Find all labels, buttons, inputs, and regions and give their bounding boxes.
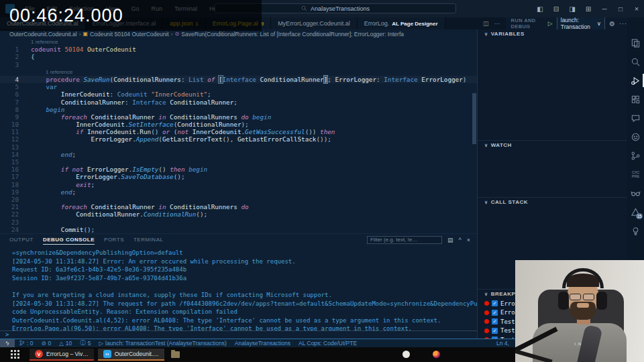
breakpoint-checkbox[interactable]: ✓ — [492, 310, 498, 316]
statusbar-item[interactable]: : 0 — [15, 340, 37, 347]
toggle-secondary-sidebar-icon[interactable]: ◨ — [565, 5, 580, 13]
split-window-icon[interactable]: ▤ — [447, 237, 453, 243]
statusbar-item[interactable]: ⓘ5 — [76, 339, 95, 347]
debug-console-output[interactable]: =synchronize&DependencyPublishingOption=… — [0, 245, 477, 330]
toggle-sidebar-icon[interactable]: ◧ — [533, 5, 547, 13]
desktop: FileEditSelectionViewGoRunTerminalHelp ←… — [0, 0, 644, 362]
statusbar-item[interactable]: ⊘0 — [37, 340, 55, 347]
code-line-19[interactable]: 19 end; — [0, 188, 477, 196]
remote-indicator[interactable]: ϟ — [0, 339, 15, 348]
glasses-icon[interactable] — [627, 184, 644, 202]
breakpoint-checkbox[interactable]: ✓ — [492, 318, 498, 324]
taskbar-app-code[interactable]: ‹›OuterCodeunit.… — [98, 349, 164, 361]
code-line-18[interactable]: 18 exit; — [0, 181, 477, 188]
cursor-position[interactable]: Ln 4, — [496, 340, 509, 347]
tray-obs-icon[interactable] — [433, 351, 440, 358]
tab-label: MyErrorLogger.Codeunit.al — [278, 20, 350, 27]
code-line-9[interactable]: 9 foreach ConditionalRunner in Condition… — [0, 113, 477, 121]
watch-section[interactable]: ∨WATCH — [478, 140, 627, 148]
tab-myerrorlogger-codeunit-al[interactable]: MyErrorLogger.Codeunit.al — [271, 17, 358, 29]
code-line-22[interactable]: 22 ConditionalRunner.ConditionalRun(); — [0, 210, 477, 218]
code-line-2[interactable]: 2{ — [0, 53, 477, 60]
console-filter-input[interactable]: Filter (e.g. text, !e… — [367, 236, 442, 244]
code-line-21[interactable]: 21 foreach ConditionalRunner in Conditio… — [0, 203, 477, 210]
breadcrumb-item[interactable]: OuterCodeunit.Codeunit.al — [9, 31, 77, 38]
code-line-7[interactable]: 7 ConditionalRunner: Interface Condition… — [0, 99, 477, 106]
start-debug-icon[interactable]: ▷ — [548, 20, 553, 27]
tray-icon[interactable] — [402, 351, 410, 358]
statusbar-item[interactable]: AnalayseTransactions — [231, 340, 294, 347]
statusbar-item[interactable]: △10 — [55, 340, 76, 347]
breadcrumb-item[interactable]: SaveRun(ConditionalRunners: List of [Int… — [181, 31, 404, 38]
chevron-down-icon: ∨ — [484, 200, 488, 205]
code-line-3[interactable]: 3 — [0, 61, 477, 68]
code-line-13[interactable]: 13 — [0, 143, 477, 151]
folder-icon[interactable] — [171, 351, 180, 358]
code-editor[interactable]: 1 reference1codeunit 50104 OuterCodeunit… — [0, 38, 477, 233]
status-glyph-icon: ▷ — [99, 340, 104, 347]
code-line-5[interactable]: 5 var — [0, 83, 477, 90]
breakpoint-checkbox[interactable]: ✓ — [492, 328, 498, 334]
statusbar-item[interactable]: AL Cops: Code/UI/PTE — [294, 340, 361, 347]
comments-icon[interactable] — [627, 109, 644, 127]
explorer-icon[interactable] — [627, 34, 644, 52]
codelens-row[interactable]: 1 reference — [0, 38, 477, 46]
start-menu-icon[interactable] — [11, 350, 20, 359]
code-line-23[interactable]: 23 — [0, 219, 477, 226]
call-stack-section[interactable]: ∨CALL STACK — [478, 197, 627, 205]
toolbar-more-icon[interactable]: ··· — [619, 20, 627, 27]
statusbar-item[interactable]: ▷launch: TransactionTest (AnalayseTransa… — [95, 340, 231, 347]
breadcrumb-item[interactable]: Codeunit 50104 OuterCodeunit — [90, 31, 169, 38]
more-actions-icon[interactable]: ··· — [494, 20, 500, 27]
code-line-11[interactable]: 11 if InnerCodeunit.Run() or (not InnerC… — [0, 128, 477, 135]
code-line-6[interactable]: 6 InnerCodeunit: Codeunit "InnerCodeunit… — [0, 90, 477, 98]
extensions-icon[interactable] — [627, 90, 644, 109]
code-line-15[interactable]: 15 — [0, 158, 477, 166]
al-language-icon[interactable]: 15 — [627, 202, 644, 221]
code-line-17[interactable]: 17 ErrorLogger.SaveToDatabase(); — [0, 173, 477, 180]
gear-icon[interactable]: ⚙ — [609, 20, 615, 27]
class-symbol-icon: ▣ — [83, 31, 89, 37]
codelens-row[interactable]: 1 reference — [0, 68, 477, 76]
run-debug-icon[interactable] — [627, 71, 644, 90]
code-line-8[interactable]: 8 begin — [0, 106, 477, 113]
panel-tab-ports[interactable]: PORTS — [104, 235, 124, 245]
maximize-button[interactable]: □ — [613, 5, 628, 13]
snippets-icon[interactable] — [627, 221, 644, 240]
panel-tab-debug-console[interactable]: DEBUG CONSOLE — [43, 235, 95, 245]
code-line-4[interactable]: 4 procedure SaveRun(ConditionalRunners: … — [0, 76, 477, 83]
code-line-16[interactable]: 16 if not ErrorLogger.IsEmpty() then beg… — [0, 166, 477, 173]
minimize-button[interactable]: ─ — [597, 5, 612, 13]
crs-pre-icon[interactable]: CXC PRE — [627, 165, 644, 184]
variables-section[interactable]: ∨VARIABLES — [478, 29, 627, 37]
launch-config-value: launch: Transaction — [561, 17, 594, 30]
collapse-panel-icon[interactable]: ^ — [459, 237, 462, 243]
debug-console-prompt[interactable]: > — [0, 330, 477, 339]
test-branch-icon[interactable] — [627, 146, 644, 165]
code-line-10[interactable]: 10 InnerCodeunit.SetInterface(Conditiona… — [0, 121, 477, 128]
tab-description: AL Page Designer — [392, 21, 437, 27]
console-line: code UnprocessableEntity. Reason: Extens… — [12, 308, 477, 316]
layout-grid-icon[interactable]: ⊞ — [581, 5, 596, 13]
breadcrumb-separator: › — [79, 31, 81, 38]
code-line-20[interactable]: 20 — [0, 196, 477, 203]
close-button[interactable]: × — [629, 5, 644, 13]
toggle-panel-icon[interactable]: ⊟ — [549, 5, 564, 13]
code-line-1[interactable]: 1codeunit 50104 OuterCodeunit — [0, 46, 477, 53]
panel-tab-terminal[interactable]: TERMINAL — [133, 235, 163, 245]
code-line-24[interactable]: 24 Commit(); — [0, 226, 477, 233]
breakpoint-checkbox[interactable]: ✓ — [492, 300, 498, 306]
taskbar-app-label: OuterCodeunit.… — [115, 351, 159, 357]
code-line-12[interactable]: 12 ErrorLogger.Append(GetLastErrorText()… — [0, 135, 477, 143]
close-panel-icon[interactable]: × — [467, 237, 470, 243]
taskbar-app-label: ErrorLog – Viv… — [46, 351, 89, 357]
tab-errorlog-[interactable]: ErrorLog.AL Page Designer — [358, 17, 445, 29]
split-editor-icon[interactable]: ◫ — [483, 20, 489, 27]
search-icon[interactable] — [627, 52, 644, 71]
glasses — [570, 294, 594, 300]
remote-smiley-icon[interactable] — [627, 127, 644, 146]
editor-scrollbar[interactable] — [472, 93, 476, 144]
taskbar-app-vivaldi[interactable]: VErrorLog – Viv… — [30, 349, 94, 361]
code-line-14[interactable]: 14 end; — [0, 151, 477, 158]
panel-tab-output[interactable]: OUTPUT — [9, 235, 34, 245]
